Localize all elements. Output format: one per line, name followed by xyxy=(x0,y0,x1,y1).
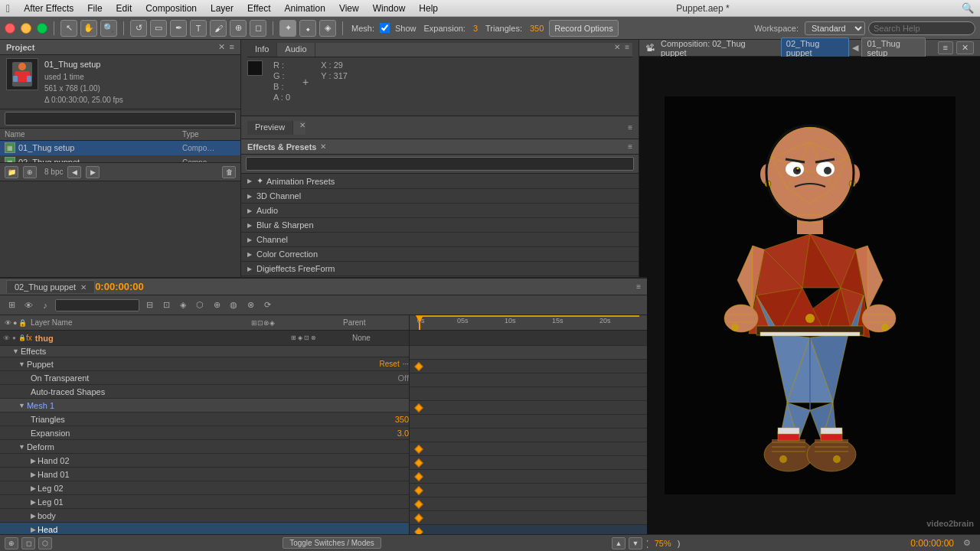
next-btn[interactable]: ▶ xyxy=(86,166,100,178)
effects-category-animation[interactable]: ▶ ✦ Animation Presets xyxy=(241,174,639,189)
table-row[interactable]: ▼ Deform xyxy=(0,440,409,454)
hand-tool[interactable]: ✋ xyxy=(80,20,97,37)
menu-window[interactable]: Window xyxy=(367,2,412,15)
comp-tab-parent[interactable]: 01_Thug setup xyxy=(861,37,925,59)
time-ruler[interactable]: 0s 05s 10s 15s 20s xyxy=(410,315,647,331)
puppet-options-btn[interactable]: ··· xyxy=(403,360,409,368)
viewer-settings-btn[interactable]: ⚙ xyxy=(960,536,974,550)
viewer-close-btn[interactable]: ✕ xyxy=(956,41,974,54)
project-close-btn[interactable]: ✕ xyxy=(218,42,225,52)
tab-info[interactable]: Info xyxy=(247,43,277,57)
timeline-close-btn[interactable]: ✕ xyxy=(80,283,87,292)
playback-prev-btn[interactable]: ▲ xyxy=(612,537,626,549)
hand01-expand-arrow[interactable]: ▶ xyxy=(31,471,36,478)
effects-category-channel[interactable]: ▶ Channel xyxy=(241,233,639,247)
maximize-window-btn[interactable] xyxy=(37,23,47,34)
comp-tab-active[interactable]: 02_Thug puppet xyxy=(781,37,850,59)
table-row[interactable]: ▶ Leg 02 xyxy=(0,481,409,495)
effects-category-3d[interactable]: ▶ 3D Channel xyxy=(241,189,639,204)
layer-solo-icon[interactable]: ● xyxy=(11,333,17,344)
render-btn[interactable]: ⊕ xyxy=(5,537,18,549)
shape-tool[interactable]: ▭ xyxy=(150,20,167,37)
menu-layer[interactable]: Layer xyxy=(204,2,240,15)
menu-composition[interactable]: Composition xyxy=(139,2,203,15)
menu-animation[interactable]: Animation xyxy=(279,2,332,15)
tl-collapse-btn[interactable]: ⊡ xyxy=(159,298,173,312)
null-btn[interactable]: ◻ xyxy=(21,537,35,549)
tl-3d-btn[interactable]: ⬡ xyxy=(193,298,207,312)
zoom-value[interactable]: 75% xyxy=(655,539,671,548)
rotate-tool[interactable]: ↺ xyxy=(130,20,147,37)
table-row[interactable]: Auto-traced Shapes xyxy=(0,385,409,399)
puppet-starch-tool[interactable]: ◈ xyxy=(319,20,336,37)
table-row[interactable]: ▶ Hand 02 xyxy=(0,454,409,468)
menu-view[interactable]: View xyxy=(333,2,365,15)
deform-expand-arrow[interactable]: ▼ xyxy=(18,443,25,451)
table-row[interactable]: 👁 ● 🔒 fx thug ⊞ ◈ ⊡ ⊗ None xyxy=(0,331,409,346)
project-search-input[interactable] xyxy=(5,112,236,126)
tl-motion-blur-btn[interactable]: ◍ xyxy=(227,298,240,312)
viewer-settings-btn[interactable]: ≡ xyxy=(938,41,953,54)
tl-audio-btn[interactable]: ♪ xyxy=(38,298,52,312)
app-name[interactable]: After Effects xyxy=(18,2,80,15)
toggle-switches-btn[interactable]: Toggle Switches / Modes xyxy=(283,537,381,549)
brush-tool[interactable]: 🖌 xyxy=(210,20,227,37)
preview-close-btn[interactable]: ✕ xyxy=(299,121,305,135)
layer-eye-icon[interactable]: 👁 xyxy=(3,333,10,344)
info-close-btn[interactable]: ✕ xyxy=(614,43,620,57)
body-expand-arrow[interactable]: ▶ xyxy=(31,512,36,520)
puppet-tool[interactable]: ✦ xyxy=(279,20,296,37)
tab-audio[interactable]: Audio xyxy=(277,43,315,57)
delete-btn[interactable]: 🗑 xyxy=(222,166,236,178)
help-search-input[interactable] xyxy=(868,21,975,35)
hand02-expand-arrow[interactable]: ▶ xyxy=(31,457,36,465)
menu-effect[interactable]: Effect xyxy=(241,2,276,15)
effects-search-input[interactable] xyxy=(246,157,634,171)
reset-btn[interactable]: Reset xyxy=(380,360,400,368)
table-row[interactable]: ▼ Puppet Reset ··· xyxy=(0,357,409,371)
table-row[interactable]: Triangles 350 xyxy=(0,412,409,426)
list-item[interactable]: ▦ 02_Thug puppet Compo… xyxy=(0,155,240,163)
preview-menu-btn[interactable]: ≡ xyxy=(628,123,632,132)
effects-expand-arrow[interactable]: ▼ xyxy=(12,347,19,355)
head-expand-arrow[interactable]: ▶ xyxy=(31,526,36,533)
menu-file[interactable]: File xyxy=(81,2,108,15)
erase-tool[interactable]: ◻ xyxy=(250,20,266,37)
effects-menu-btn[interactable]: ≡ xyxy=(628,142,632,151)
effects-category-color[interactable]: ▶ Color Correction xyxy=(241,247,639,262)
tl-blend-btn[interactable]: ⊕ xyxy=(210,298,224,312)
mesh1-expand-arrow[interactable]: ▼ xyxy=(18,402,25,409)
timeline-tab[interactable]: 02_Thug puppet ✕ xyxy=(6,280,95,293)
effects-category-blur[interactable]: ▶ Blur & Sharpen xyxy=(241,218,639,233)
tl-snap-btn[interactable]: ⊞ xyxy=(5,298,18,312)
close-window-btn[interactable] xyxy=(5,23,15,34)
table-row[interactable]: Expansion 3.0 xyxy=(0,426,409,440)
puppet-overlap-tool[interactable]: ⬥ xyxy=(299,20,316,37)
select-tool[interactable]: ↖ xyxy=(60,20,77,37)
tl-visibility-btn[interactable]: 👁 xyxy=(21,298,35,312)
table-row[interactable]: ▶ Head xyxy=(0,523,409,534)
apple-menu[interactable]:  xyxy=(6,2,10,15)
record-options-btn[interactable]: Record Options xyxy=(549,20,618,37)
timeline-search-input[interactable] xyxy=(55,299,139,311)
info-menu-btn[interactable]: ≡ xyxy=(625,43,629,57)
col-name-header[interactable]: Name xyxy=(5,130,182,139)
tl-expand-btn[interactable]: ⊟ xyxy=(142,298,156,312)
effects-category-audio[interactable]: ▶ Audio xyxy=(241,204,639,218)
new-folder-btn[interactable]: 📁 xyxy=(5,166,18,178)
playhead-marker[interactable] xyxy=(416,315,425,331)
table-row[interactable]: ▶ body xyxy=(0,509,409,523)
text-tool[interactable]: T xyxy=(190,20,207,37)
tab-preview[interactable]: Preview xyxy=(247,121,293,135)
zoom-tool[interactable]: 🔍 xyxy=(100,20,117,37)
puppet-expand-arrow[interactable]: ▼ xyxy=(18,360,25,368)
project-menu-btn[interactable]: ≡ xyxy=(230,42,234,52)
menu-edit[interactable]: Edit xyxy=(110,2,139,15)
new-comp-btn[interactable]: ⊕ xyxy=(23,166,37,178)
table-row[interactable]: ▼ Mesh 1 xyxy=(0,399,409,412)
effects-tab-close[interactable]: ✕ xyxy=(320,142,326,151)
layer-lock-icon[interactable]: 🔒 xyxy=(18,333,26,344)
list-item[interactable]: ▦ 01_Thug setup Compo… xyxy=(0,141,240,155)
clone-tool[interactable]: ⊕ xyxy=(230,20,247,37)
prev-btn[interactable]: ◀ xyxy=(67,166,81,178)
